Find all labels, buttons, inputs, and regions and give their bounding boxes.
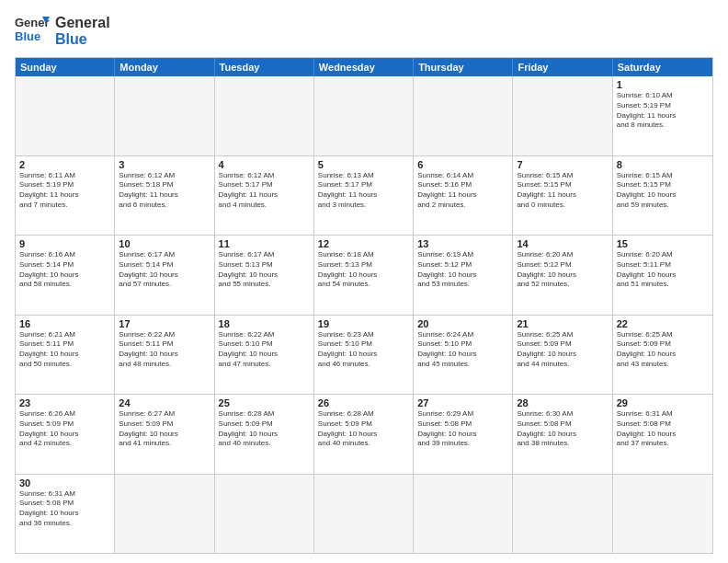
day-number: 20 bbox=[417, 318, 508, 329]
day-number: 5 bbox=[318, 159, 409, 170]
cal-cell: 17Sunrise: 6:22 AM Sunset: 5:11 PM Dayli… bbox=[115, 316, 214, 395]
cal-cell: 25Sunrise: 6:28 AM Sunset: 5:09 PM Dayli… bbox=[215, 395, 314, 474]
cal-cell: 12Sunrise: 6:18 AM Sunset: 5:13 PM Dayli… bbox=[314, 236, 414, 315]
cal-cell: 19Sunrise: 6:23 AM Sunset: 5:10 PM Dayli… bbox=[314, 316, 414, 395]
day-number: 4 bbox=[219, 159, 310, 170]
svg-text:Blue: Blue bbox=[15, 29, 40, 43]
cal-header-day: Wednesday bbox=[314, 58, 414, 76]
cal-cell bbox=[513, 475, 612, 554]
cal-row: 2Sunrise: 6:11 AM Sunset: 5:19 PM Daylig… bbox=[16, 155, 712, 236]
day-number: 21 bbox=[517, 318, 608, 329]
day-number: 3 bbox=[119, 159, 210, 170]
cal-header-day: Tuesday bbox=[215, 58, 314, 76]
cal-row: 9Sunrise: 6:16 AM Sunset: 5:14 PM Daylig… bbox=[16, 235, 712, 315]
cal-cell: 15Sunrise: 6:20 AM Sunset: 5:11 PM Dayli… bbox=[613, 236, 712, 315]
cal-header-day: Thursday bbox=[414, 58, 513, 76]
day-number: 7 bbox=[517, 159, 608, 170]
calendar-body: 1Sunrise: 6:10 AM Sunset: 5:19 PM Daylig… bbox=[16, 76, 712, 553]
logo: General Blue General Blue bbox=[15, 15, 110, 48]
day-number: 24 bbox=[119, 397, 210, 408]
day-number: 16 bbox=[19, 318, 110, 329]
cal-cell: 7Sunrise: 6:15 AM Sunset: 5:15 PM Daylig… bbox=[513, 156, 612, 236]
cell-info: Sunrise: 6:20 AM Sunset: 5:11 PM Dayligh… bbox=[617, 250, 709, 290]
cal-header-day: Friday bbox=[513, 58, 612, 76]
day-number: 2 bbox=[19, 159, 110, 170]
cell-info: Sunrise: 6:26 AM Sunset: 5:09 PM Dayligh… bbox=[19, 409, 110, 449]
cal-cell: 16Sunrise: 6:21 AM Sunset: 5:11 PM Dayli… bbox=[16, 316, 115, 395]
cal-cell: 22Sunrise: 6:25 AM Sunset: 5:09 PM Dayli… bbox=[613, 316, 712, 395]
cal-cell: 13Sunrise: 6:19 AM Sunset: 5:12 PM Dayli… bbox=[414, 236, 513, 315]
cal-cell: 28Sunrise: 6:30 AM Sunset: 5:08 PM Dayli… bbox=[513, 395, 612, 474]
cell-info: Sunrise: 6:28 AM Sunset: 5:09 PM Dayligh… bbox=[318, 409, 409, 449]
cal-cell: 1Sunrise: 6:10 AM Sunset: 5:19 PM Daylig… bbox=[613, 76, 712, 155]
cell-info: Sunrise: 6:27 AM Sunset: 5:09 PM Dayligh… bbox=[119, 409, 210, 449]
day-number: 22 bbox=[617, 318, 709, 329]
cell-info: Sunrise: 6:13 AM Sunset: 5:17 PM Dayligh… bbox=[318, 171, 409, 211]
cal-cell: 2Sunrise: 6:11 AM Sunset: 5:19 PM Daylig… bbox=[16, 156, 115, 236]
cal-cell bbox=[513, 76, 612, 155]
cal-cell: 5Sunrise: 6:13 AM Sunset: 5:17 PM Daylig… bbox=[314, 156, 414, 236]
cal-cell: 30Sunrise: 6:31 AM Sunset: 5:08 PM Dayli… bbox=[16, 475, 115, 554]
cal-cell: 3Sunrise: 6:12 AM Sunset: 5:18 PM Daylig… bbox=[115, 156, 214, 236]
day-number: 9 bbox=[19, 238, 110, 249]
cell-info: Sunrise: 6:14 AM Sunset: 5:16 PM Dayligh… bbox=[417, 171, 508, 211]
cal-cell: 23Sunrise: 6:26 AM Sunset: 5:09 PM Dayli… bbox=[16, 395, 115, 474]
cal-row: 1Sunrise: 6:10 AM Sunset: 5:19 PM Daylig… bbox=[16, 76, 712, 155]
cal-header-day: Monday bbox=[115, 58, 214, 76]
cal-cell bbox=[215, 475, 314, 554]
logo-general-text: General bbox=[55, 15, 110, 31]
cell-info: Sunrise: 6:23 AM Sunset: 5:10 PM Dayligh… bbox=[318, 330, 409, 370]
cal-cell bbox=[314, 76, 414, 155]
cal-cell bbox=[16, 76, 115, 155]
cal-header-day: Saturday bbox=[613, 58, 712, 76]
cell-info: Sunrise: 6:17 AM Sunset: 5:14 PM Dayligh… bbox=[119, 250, 210, 290]
cell-info: Sunrise: 6:21 AM Sunset: 5:11 PM Dayligh… bbox=[19, 330, 110, 370]
day-number: 11 bbox=[219, 238, 310, 249]
header: General Blue General Blue bbox=[15, 15, 713, 48]
cal-cell: 4Sunrise: 6:12 AM Sunset: 5:17 PM Daylig… bbox=[215, 156, 314, 236]
cell-info: Sunrise: 6:10 AM Sunset: 5:19 PM Dayligh… bbox=[617, 91, 709, 131]
cal-cell bbox=[314, 475, 414, 554]
cal-cell: 18Sunrise: 6:22 AM Sunset: 5:10 PM Dayli… bbox=[215, 316, 314, 395]
cell-info: Sunrise: 6:31 AM Sunset: 5:08 PM Dayligh… bbox=[19, 489, 110, 529]
cell-info: Sunrise: 6:17 AM Sunset: 5:13 PM Dayligh… bbox=[219, 250, 310, 290]
cell-info: Sunrise: 6:22 AM Sunset: 5:10 PM Dayligh… bbox=[219, 330, 310, 370]
cal-cell bbox=[414, 76, 513, 155]
cell-info: Sunrise: 6:11 AM Sunset: 5:19 PM Dayligh… bbox=[19, 171, 110, 211]
cal-cell: 9Sunrise: 6:16 AM Sunset: 5:14 PM Daylig… bbox=[16, 236, 115, 315]
day-number: 29 bbox=[617, 397, 709, 408]
day-number: 30 bbox=[19, 477, 110, 488]
calendar: SundayMondayTuesdayWednesdayThursdayFrid… bbox=[15, 57, 713, 554]
cell-info: Sunrise: 6:18 AM Sunset: 5:13 PM Dayligh… bbox=[318, 250, 409, 290]
cal-cell: 11Sunrise: 6:17 AM Sunset: 5:13 PM Dayli… bbox=[215, 236, 314, 315]
page: General Blue General Blue SundayMondayTu… bbox=[0, 0, 728, 563]
day-number: 25 bbox=[219, 397, 310, 408]
cell-info: Sunrise: 6:12 AM Sunset: 5:17 PM Dayligh… bbox=[219, 171, 310, 211]
day-number: 10 bbox=[119, 238, 210, 249]
cell-info: Sunrise: 6:12 AM Sunset: 5:18 PM Dayligh… bbox=[119, 171, 210, 211]
cell-info: Sunrise: 6:29 AM Sunset: 5:08 PM Dayligh… bbox=[417, 409, 508, 449]
cal-cell: 14Sunrise: 6:20 AM Sunset: 5:12 PM Dayli… bbox=[513, 236, 612, 315]
cal-cell: 27Sunrise: 6:29 AM Sunset: 5:08 PM Dayli… bbox=[414, 395, 513, 474]
cell-info: Sunrise: 6:22 AM Sunset: 5:11 PM Dayligh… bbox=[119, 330, 210, 370]
cal-row: 30Sunrise: 6:31 AM Sunset: 5:08 PM Dayli… bbox=[16, 474, 712, 554]
cal-cell: 20Sunrise: 6:24 AM Sunset: 5:10 PM Dayli… bbox=[414, 316, 513, 395]
cal-header-day: Sunday bbox=[16, 58, 115, 76]
day-number: 18 bbox=[219, 318, 310, 329]
day-number: 19 bbox=[318, 318, 409, 329]
cal-cell bbox=[215, 76, 314, 155]
generalblue-logo-icon: General Blue bbox=[15, 15, 50, 48]
calendar-header: SundayMondayTuesdayWednesdayThursdayFrid… bbox=[16, 58, 712, 76]
day-number: 27 bbox=[417, 397, 508, 408]
cal-cell bbox=[115, 475, 214, 554]
cal-cell: 10Sunrise: 6:17 AM Sunset: 5:14 PM Dayli… bbox=[115, 236, 214, 315]
day-number: 12 bbox=[318, 238, 409, 249]
cell-info: Sunrise: 6:16 AM Sunset: 5:14 PM Dayligh… bbox=[19, 250, 110, 290]
cell-info: Sunrise: 6:15 AM Sunset: 5:15 PM Dayligh… bbox=[517, 171, 608, 211]
day-number: 28 bbox=[517, 397, 608, 408]
cal-cell: 21Sunrise: 6:25 AM Sunset: 5:09 PM Dayli… bbox=[513, 316, 612, 395]
cal-cell: 6Sunrise: 6:14 AM Sunset: 5:16 PM Daylig… bbox=[414, 156, 513, 236]
cal-cell: 29Sunrise: 6:31 AM Sunset: 5:08 PM Dayli… bbox=[613, 395, 712, 474]
cell-info: Sunrise: 6:28 AM Sunset: 5:09 PM Dayligh… bbox=[219, 409, 310, 449]
day-number: 15 bbox=[617, 238, 709, 249]
